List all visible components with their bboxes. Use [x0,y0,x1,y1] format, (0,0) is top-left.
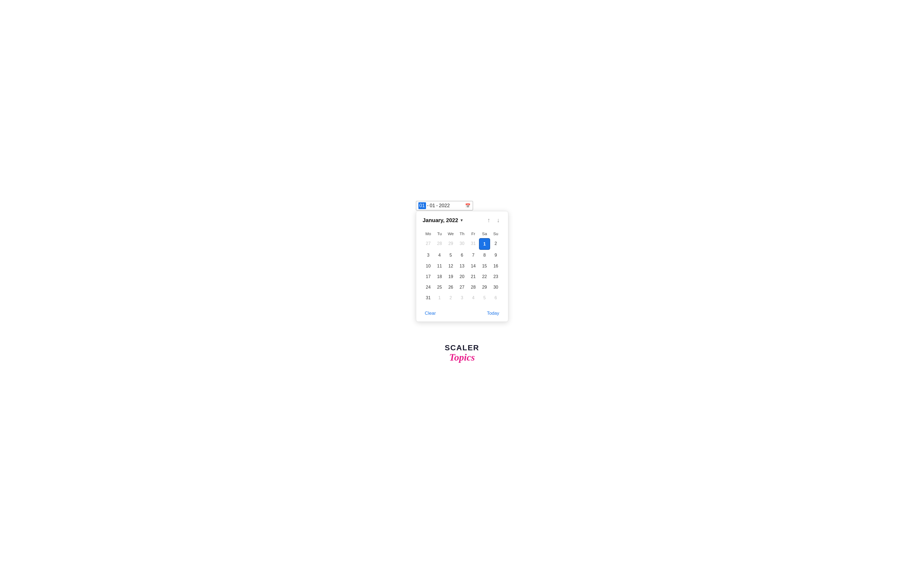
calendar-header: January, 2022 ▼ ↑ ↓ [423,217,501,224]
day-cell[interactable]: 7 [468,250,479,260]
day-header-tu: Tu [434,229,445,238]
day-cell[interactable]: 1 [434,292,445,303]
day-header-th: Th [456,229,468,238]
day-cell[interactable]: 16 [490,261,501,271]
day-cell[interactable]: 22 [479,271,490,282]
day-cell[interactable]: 4 [434,250,445,260]
date-month: 01 [430,203,435,208]
day-cell[interactable]: 28 [434,238,445,250]
day-cell[interactable]: 2 [445,292,456,303]
day-cell[interactable]: 3 [423,250,434,260]
day-cell[interactable]: 30 [456,238,468,250]
day-cell[interactable]: 13 [456,261,468,271]
day-cell[interactable]: 28 [468,282,479,292]
day-cell[interactable]: 19 [445,271,456,282]
day-cell[interactable]: 10 [423,261,434,271]
day-cell[interactable]: 31 [468,238,479,250]
day-cell[interactable]: 21 [468,271,479,282]
day-cell[interactable]: 11 [434,261,445,271]
month-title[interactable]: January, 2022 ▼ [423,217,464,223]
today-button[interactable]: Today [484,310,501,317]
topics-text: Topics [445,352,479,363]
nav-prev-button[interactable]: ↑ [486,217,492,224]
calendar-nav: ↑ ↓ [486,217,501,224]
nav-up-icon: ↑ [488,217,490,223]
day-cell[interactable]: 29 [479,282,490,292]
day-cell[interactable]: 27 [456,282,468,292]
date-separator2: - [436,203,438,208]
scaler-logo: SCALER Topics [445,344,479,363]
day-cell[interactable]: 2 [490,238,501,250]
day-cell[interactable]: 12 [445,261,456,271]
day-cell[interactable]: 15 [479,261,490,271]
calendar-popup: January, 2022 ▼ ↑ ↓ Mo Tu We Th Fr Sa Su [416,211,508,322]
day-cell[interactable]: 14 [468,261,479,271]
date-separator1: - [427,203,429,208]
day-header-mo: Mo [423,229,434,238]
date-input[interactable]: 01 - 01 - 2022 📅 [416,201,473,211]
day-cell[interactable]: 17 [423,271,434,282]
day-cell[interactable]: 29 [445,238,456,250]
date-day: 01 [418,202,426,209]
date-year: 2022 [439,203,450,208]
day-cell[interactable]: 5 [479,292,490,303]
day-header-fr: Fr [468,229,479,238]
day-cell[interactable]: 24 [423,282,434,292]
day-cell[interactable]: 6 [490,292,501,303]
nav-down-icon: ↓ [497,217,500,223]
scaler-text: SCALER [445,344,479,352]
day-cell[interactable]: 30 [490,282,501,292]
day-cell[interactable]: 4 [468,292,479,303]
day-cell-selected[interactable]: 1 [479,238,490,250]
day-header-we: We [445,229,456,238]
month-dropdown-arrow: ▼ [460,218,464,222]
day-cell[interactable]: 8 [479,250,490,260]
main-container: 01 - 01 - 2022 📅 January, 2022 ▼ ↑ ↓ [416,201,508,363]
day-cell[interactable]: 18 [434,271,445,282]
clear-button[interactable]: Clear [423,310,438,317]
day-cell[interactable]: 3 [456,292,468,303]
day-header-su: Su [490,229,501,238]
day-cell[interactable]: 23 [490,271,501,282]
day-cell[interactable]: 31 [423,292,434,303]
calendar-footer: Clear Today [423,307,501,317]
calendar-icon: 📅 [465,203,471,208]
calendar-grid: Mo Tu We Th Fr Sa Su 27 28 29 30 31 1 2 … [423,229,501,303]
day-cell[interactable]: 20 [456,271,468,282]
day-cell[interactable]: 6 [456,250,468,260]
day-cell[interactable]: 26 [445,282,456,292]
day-cell[interactable]: 25 [434,282,445,292]
month-title-text: January, 2022 [423,217,458,223]
day-cell[interactable]: 9 [490,250,501,260]
nav-next-button[interactable]: ↓ [495,217,501,224]
day-cell[interactable]: 27 [423,238,434,250]
day-header-sa: Sa [479,229,490,238]
day-cell[interactable]: 5 [445,250,456,260]
